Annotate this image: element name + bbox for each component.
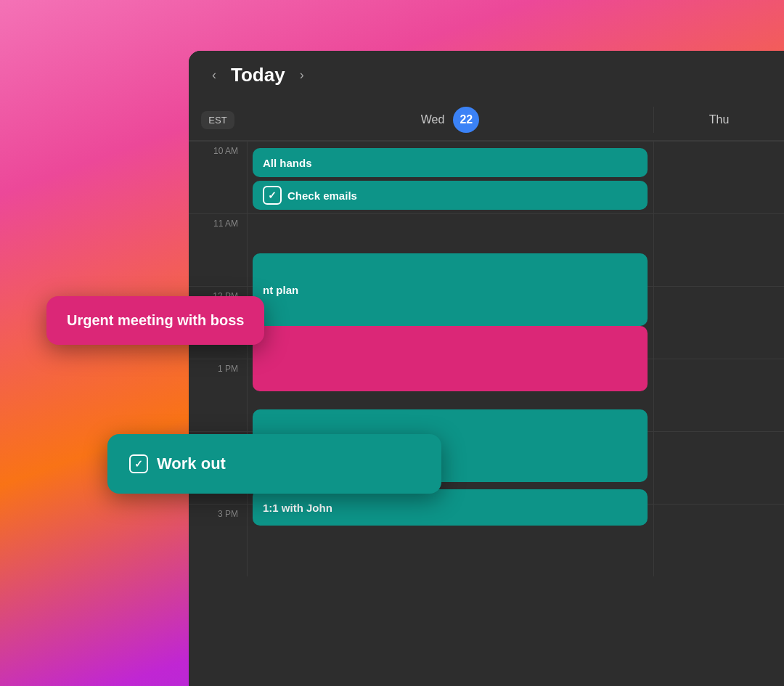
event-check-emails[interactable]: ✓ Check emails — [253, 181, 648, 210]
event-all-hands-title: All hands — [263, 157, 312, 169]
thu-cell-1pm — [653, 359, 784, 431]
wed-label: Wed — [421, 113, 445, 126]
day-header-row: EST Wed 22 Thu — [189, 99, 784, 141]
timezone-badge: EST — [189, 107, 247, 133]
calendar-title: Today — [231, 64, 285, 86]
event-oneone-john[interactable]: 1:1 with John — [253, 489, 648, 526]
workout-text: Work out — [157, 454, 226, 473]
next-button[interactable]: › — [294, 65, 310, 86]
thu-cell-10am — [653, 142, 784, 213]
time-label-11am: 11 AM — [189, 214, 247, 286]
time-label-1pm: 1 PM — [189, 359, 247, 431]
thu-cell-11am — [653, 214, 784, 286]
event-budget-plan[interactable]: nt plan — [253, 253, 648, 326]
urgent-meeting-text: Urgent meeting with boss — [67, 312, 244, 328]
thu-cell-3pm — [653, 505, 784, 576]
event-oneone-john-title: 1:1 with John — [263, 502, 332, 514]
timezone-label: EST — [201, 111, 234, 129]
time-label-3pm: 3 PM — [189, 505, 247, 576]
event-budget-plan-title: nt plan — [263, 284, 298, 296]
calendar-window: ‹ Today › EST Wed 22 Thu 10 AM 11 AM — [189, 51, 784, 686]
urgent-meeting-tooltip[interactable]: Urgent meeting with boss — [46, 296, 264, 345]
thu-label: Thu — [709, 113, 730, 126]
calendar-body: 10 AM 11 AM 12 PM 1 PM 2 PM — [189, 141, 784, 686]
check-emails-icon: ✓ — [263, 186, 282, 205]
time-label-10am: 10 AM — [189, 142, 247, 213]
prev-button[interactable]: ‹ — [206, 65, 222, 86]
event-check-emails-title: Check emails — [287, 189, 357, 202]
wed-header: Wed 22 — [247, 107, 653, 133]
thu-cell-12pm — [653, 287, 784, 359]
workout-card[interactable]: ✓ Work out — [107, 434, 441, 494]
thu-cell-2pm — [653, 432, 784, 504]
day-number-badge: 22 — [453, 107, 479, 133]
calendar-header: ‹ Today › — [189, 51, 784, 99]
thu-header: Thu — [653, 107, 784, 133]
workout-check-icon: ✓ — [129, 454, 148, 473]
event-pink-block[interactable] — [253, 326, 648, 391]
event-all-hands[interactable]: All hands — [253, 148, 648, 177]
